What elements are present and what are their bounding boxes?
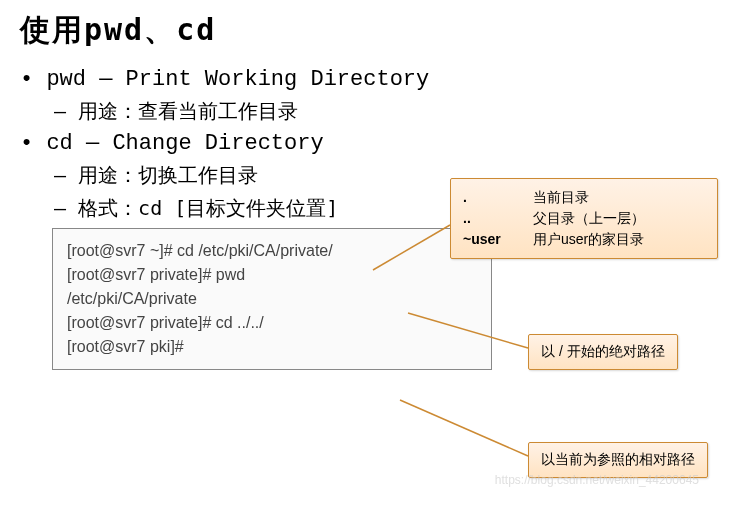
svg-line-2 — [400, 400, 528, 456]
path-key: . — [463, 187, 533, 208]
path-desc: 用户user的家目录 — [533, 229, 644, 250]
terminal-line: [root@svr7 ~]# cd /etc/pki/CA/private/ — [67, 239, 477, 263]
terminal-line: /etc/pki/CA/private — [67, 287, 477, 311]
callout-special-paths: . 当前目录 .. 父目录（上一层） ~user 用户user的家目录 — [450, 178, 718, 259]
watermark: https://blog.csdn.net/weixin_44200645 — [495, 473, 699, 487]
path-key: .. — [463, 208, 533, 229]
callout-absolute-path: 以 / 开始的绝对路径 — [528, 334, 678, 370]
terminal-line: [root@svr7 private]# cd ../../ — [67, 311, 477, 335]
path-key: ~user — [463, 229, 533, 250]
bullet-pwd: pwd — Print Working Directory — [20, 67, 719, 92]
bullet-pwd-usage: 用途：查看当前工作目录 — [54, 98, 719, 125]
terminal-line: [root@svr7 private]# pwd — [67, 263, 477, 287]
bullet-cd: cd — Change Directory — [20, 131, 719, 156]
terminal-line: [root@svr7 pki]# — [67, 335, 477, 359]
slide-title: 使用pwd、cd — [20, 10, 719, 51]
path-desc: 父目录（上一层） — [533, 208, 645, 229]
path-desc: 当前目录 — [533, 187, 589, 208]
terminal-output: [root@svr7 ~]# cd /etc/pki/CA/private/ [… — [52, 228, 492, 370]
